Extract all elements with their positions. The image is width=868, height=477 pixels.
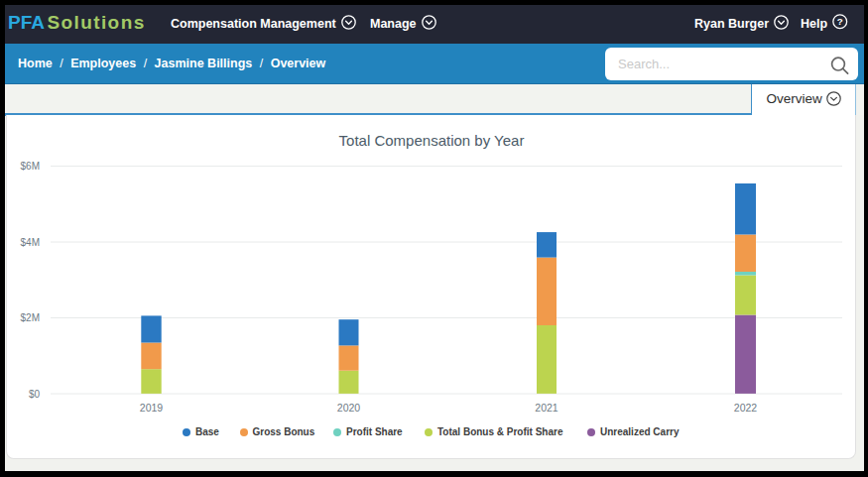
svg-text:2022: 2022 — [734, 402, 758, 414]
svg-text:Total Compensation by Year: Total Compensation by Year — [339, 132, 525, 149]
svg-text:2020: 2020 — [337, 402, 361, 414]
svg-text:$6M: $6M — [21, 161, 40, 172]
svg-text:2021: 2021 — [535, 402, 558, 414]
svg-text:$4M: $4M — [21, 237, 40, 248]
svg-text:$2M: $2M — [21, 312, 40, 323]
svg-text:?: ? — [837, 17, 843, 28]
svg-text:2019: 2019 — [140, 402, 164, 414]
svg-text:$0: $0 — [29, 389, 41, 400]
